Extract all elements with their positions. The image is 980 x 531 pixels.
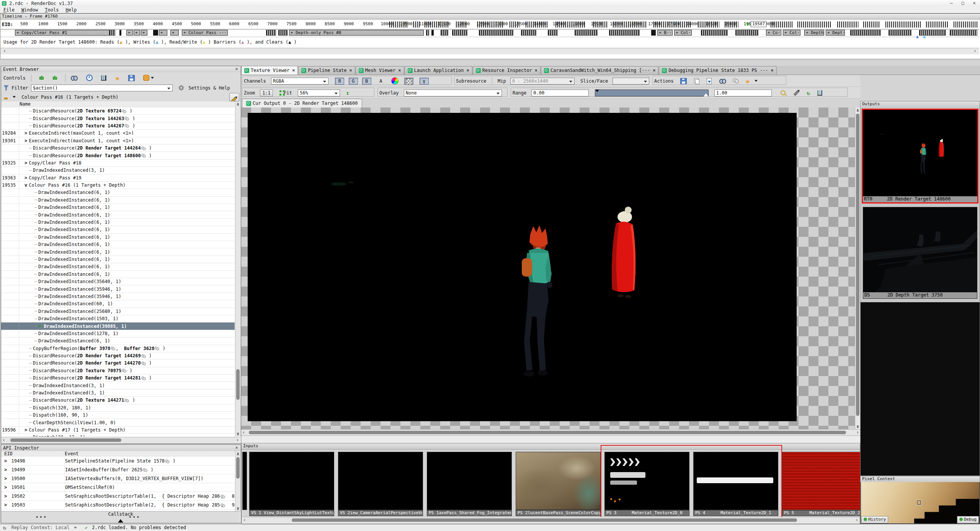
scroll-left-icon[interactable]: ‹ [242,430,245,435]
hscroll-thumb[interactable] [292,518,797,522]
timeline-pass-bar[interactable]: + [126,30,133,36]
resource-link-icon[interactable] [141,376,146,380]
resource-link-icon[interactable] [122,369,126,372]
output-rt0-thumbnail[interactable]: RT0 2D Render Target 148600 [862,109,978,204]
timeline-pass-solid[interactable] [153,30,158,36]
scroll-down-icon[interactable]: ∨ [237,506,239,511]
event-row[interactable]: Dispatch(20, 12, 1) [1,434,235,437]
timeline-pass-bar[interactable]: + Copy/Clear Pass #1 [15,30,114,36]
debug-button[interactable]: Debug [957,516,979,523]
tree-caret-icon[interactable]: > [24,130,27,136]
event-row[interactable]: DrawIndexedInstanced(35946, 1) [1,293,235,300]
event-row[interactable]: DrawIndexedInstanced(6, 1) [1,234,235,241]
tab-pipeline-state[interactable]: Pipeline State× [298,66,355,75]
maximize-button[interactable]: ▢ [957,0,969,7]
event-row[interactable]: DrawIndexedInstanced(6, 1) [1,263,235,270]
event-row[interactable]: DiscardResource(2D Render Target 144269 … [1,352,235,360]
tree-caret-icon[interactable]: > [4,494,10,499]
color-wheel-icon[interactable] [391,77,399,85]
scroll-left-icon[interactable]: ‹ [2,437,5,443]
scroll-right-icon[interactable]: › [856,517,858,523]
event-row[interactable]: DiscardResource(2D Texture 69724 ) [1,108,235,115]
timeline-pass-stripe[interactable] [609,30,640,36]
event-row[interactable]: DrawIndexedInstanced(6, 1) [1,271,235,278]
tab-texture-viewer[interactable]: Texture Viewer× [241,66,298,75]
tree-caret-icon[interactable]: > [4,467,10,472]
event-list-vscrollbar[interactable]: ∧ ∨ [235,101,241,437]
resource-link-icon[interactable] [155,347,159,350]
timeline-pass-stripe[interactable] [850,30,881,36]
scroll-right-icon[interactable]: › [856,430,859,435]
api-call-row[interactable]: > 19503SetGraphicsRootDescriptorTable(2,… [1,501,235,510]
gear-icon[interactable] [179,86,183,90]
event-row[interactable]: DrawIndexedInstanced(35640, 1) [1,278,235,285]
timeline-pass-stripe[interactable] [278,30,287,36]
timeline-pass-bar[interactable]: + Col··· [783,30,800,36]
event-row[interactable]: DrawIndexedInstanced(3, 1) [1,389,235,397]
timeline-pass-stripe[interactable] [548,30,558,36]
open-external-icon[interactable] [707,78,712,84]
timeline-pass-bar[interactable]: + B··· [657,30,673,36]
api-vscrollbar[interactable]: ∧ ∨ [235,451,241,511]
bookmark-edit-button[interactable] [229,93,239,101]
input-thumbnail[interactable] [249,452,334,510]
fit-label[interactable]: Fit [284,88,292,98]
texture-image[interactable] [248,113,797,421]
event-row[interactable]: 19284>ExecuteIndirect(maxCount 1, count … [1,130,235,137]
event-row[interactable]: DrawIndexedInstanced(35946, 1) [1,285,235,293]
menu-item-tools[interactable]: Tools [41,7,62,13]
goto-icon[interactable] [719,78,726,83]
event-row[interactable]: DrawIndexedInstanced(1278, 1) [1,330,235,337]
filter-input[interactable]: $action() [31,85,173,91]
zoom-1to1-button[interactable]: 1:1 [260,90,273,96]
api-call-row[interactable]: > 19500IASetVertexBuffers(0, D3D12_VERTE… [1,474,235,483]
input-thumbnail[interactable] [427,452,512,510]
timing-icon[interactable] [86,75,93,81]
menu-item-file[interactable]: File [0,7,18,13]
event-row[interactable]: 19301>ExecuteIndirect(maxCount 1, count … [1,137,235,145]
event-row[interactable]: DiscardResource(2D Render Target 144281 … [1,375,235,382]
resource-link-icon[interactable] [122,109,126,113]
breadcrumb[interactable]: Colour Pass #16 (1 Targets + Depth) [21,93,118,102]
event-row[interactable]: DrawIndexedInstanced(6, 1) [1,256,235,263]
timeline-pass-solid[interactable] [119,30,121,36]
scroll-right-icon[interactable]: › [972,48,978,54]
event-row[interactable]: 19325>Copy/Clear Pass #18 [1,160,235,167]
home-icon[interactable] [3,95,8,99]
scroll-left-icon[interactable]: ‹ [243,517,246,523]
timeline-pass-bar[interactable]: + Co··· [766,30,781,36]
timeline-pass-bar[interactable]: + [159,30,167,36]
autofit-range-icon[interactable] [781,90,786,95]
actions-dropdown-icon[interactable] [755,80,758,83]
tab-close-icon[interactable]: × [467,68,469,73]
event-list-hscrollbar[interactable]: ‹ › [1,437,240,443]
timeline-pass-stripe[interactable] [950,30,977,36]
timeline-scrollbar[interactable]: ‹ › [0,48,979,54]
hscroll-thumb[interactable] [10,438,121,442]
output-depth-thumbnail[interactable]: DS 2D Depth Target 3750 [863,207,977,299]
extensions-dropdown-icon[interactable] [151,77,154,80]
timeline-pass-bar[interactable]: + [141,30,147,36]
resource-link-icon[interactable] [124,117,129,120]
minimize-button[interactable]: – [946,0,957,7]
timeline-pass-stripe[interactable] [109,30,115,36]
resource-link-icon[interactable] [111,347,115,350]
input-thumbnail[interactable] [782,452,867,510]
event-row[interactable]: DiscardResource(2D Texture 144263 ) [1,115,235,122]
history-button[interactable]: History [861,516,888,523]
scroll-up-icon[interactable]: ∧ [237,451,239,456]
timeline-pass-stripe[interactable] [889,30,911,36]
event-row[interactable]: DiscardResource(2D Texture 70975 ) [1,367,235,375]
export-icon[interactable] [128,75,135,81]
timeline-pass-bar[interactable]: + [170,30,179,36]
scroll-up-icon[interactable]: ∧ [856,108,859,113]
outputs-header[interactable]: Outputs [861,101,980,108]
scroll-down-icon[interactable]: ∨ [856,424,859,429]
event-row[interactable]: DrawIndexedInstanced(60, 1) [1,300,235,308]
event-column-header[interactable]: Event [65,451,78,456]
statistics-icon[interactable] [101,75,106,81]
api-inspector-title[interactable]: API Inspector [1,445,241,451]
event-row[interactable]: DrawIndexedInstanced(6, 1) [1,197,235,204]
event-row[interactable]: 19596>Colour Pass #17 (1 Targets + Depth… [1,427,235,434]
api-call-row[interactable]: > 19501OMSetStencilRef(0) [1,483,235,492]
